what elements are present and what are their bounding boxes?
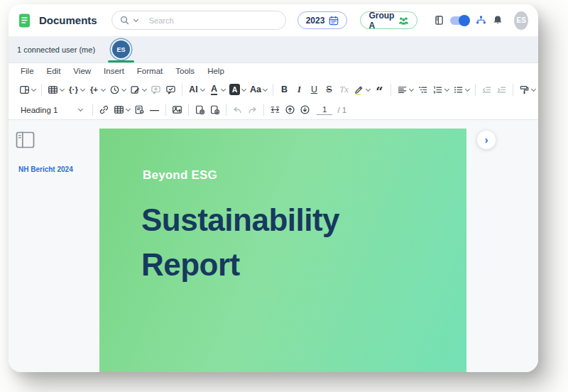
page-add-icon [195,104,205,115]
page-thumbnail[interactable]: NH Bericht 2024 [16,131,35,148]
toolbar-divider [263,104,264,116]
toolbar-divider [475,84,476,96]
multilevel-list-button[interactable] [415,83,430,97]
scroll-up-button[interactable] [283,103,297,116]
chevron-down-icon [101,86,106,91]
highlight-color-button[interactable]: A [227,82,248,97]
strikethrough-button[interactable]: S [322,83,337,96]
menu-file[interactable]: File [21,67,34,75]
year-filter-label: 2023 [306,16,325,26]
group-icon [398,16,409,26]
chevron-down-icon [80,86,85,91]
font-color-button[interactable]: A [207,83,227,97]
menu-format[interactable]: Format [137,67,163,75]
change-case-icon: Aa [250,85,261,94]
chevron-down-icon [121,86,126,91]
page-settings-icon [134,104,145,115]
hyperlink-icon [99,104,109,115]
fit-width-icon [270,104,280,115]
blockquote-button[interactable]: “ [372,85,387,94]
clear-formatting-button: Tx [337,83,351,96]
highlighter-button[interactable] [351,83,372,97]
document-cover-page[interactable]: Beyond ESG Sustainability Report [99,129,466,372]
presence-active-underline [108,60,134,62]
toolbar-divider [188,104,189,116]
menu-tools[interactable]: Tools [175,67,195,75]
italic-button[interactable]: I [292,83,307,96]
year-filter-button[interactable]: 2023 [297,11,348,29]
comment-add-button [148,83,163,97]
search-input[interactable]: Search [111,11,286,30]
chevron-down-icon [409,86,414,91]
chevron-down-icon [465,86,470,91]
bullet-list-icon [453,85,464,95]
history-icon [109,85,120,95]
next-page-button[interactable]: › [477,131,496,149]
menu-help[interactable]: Help [207,67,224,75]
menu-edit[interactable]: Edit [47,67,61,75]
presence-avatar[interactable]: ES [112,40,130,58]
page-download-button[interactable] [207,103,222,116]
paragraph-style-select[interactable]: Heading 1 [17,106,86,114]
top-bar: Documents Search 2023 Group A [9,4,538,36]
format-painter-button[interactable] [517,83,537,97]
table-insert-button[interactable] [111,103,132,116]
presence-avatar-slot[interactable]: ES [109,36,133,62]
app-window: Documents Search 2023 Group A [9,4,538,372]
undo-icon [232,104,243,115]
page-layout-button[interactable] [17,83,38,97]
numbered-list-icon [432,85,443,95]
font-color-icon: A [209,85,219,95]
group-selector-button[interactable]: Group A [360,11,417,29]
note-edit-button[interactable] [128,83,148,97]
change-case-button[interactable]: Aa [248,83,269,96]
horizontal-rule-button[interactable]: — [147,104,162,116]
field-braces-icon: {·} [68,85,79,94]
notifications-bell-icon[interactable] [493,15,503,26]
page-settings-button[interactable] [132,103,147,116]
clear-formatting-icon: Tx [339,85,349,94]
user-avatar[interactable]: ES [514,11,528,30]
fit-width-button[interactable] [268,103,283,116]
search-icon [120,16,129,25]
field-braces-button[interactable]: {·} [66,83,87,96]
comment-resolve-button[interactable] [163,83,178,97]
toolbar-divider [92,104,93,116]
page-add-button[interactable] [192,103,207,116]
numbered-list-button[interactable] [430,83,451,97]
bold-button[interactable]: B [277,83,292,96]
field-add-button[interactable]: {+ [87,83,107,96]
menu-insert[interactable]: Insert [104,67,124,75]
table-button[interactable] [45,83,66,97]
panel-icon[interactable] [435,15,444,26]
chevron-down-icon [60,86,65,91]
redo-icon [247,104,258,115]
page-number-input[interactable]: 1 [317,105,332,115]
chevron-down-icon[interactable] [133,17,138,22]
underline-button[interactable]: U [307,83,322,96]
toolbar-secondary: Heading 1 — 1 / 1 [9,100,538,120]
outdent-icon [481,85,492,95]
image-upload-button[interactable] [170,103,185,116]
menu-view[interactable]: View [73,67,91,75]
ai-button[interactable]: AI [186,83,207,96]
page-layout-icon [19,85,30,95]
cover-title-line2: Report [141,242,339,287]
toolbar-divider [513,84,513,96]
topbar-icon-cluster [435,15,503,26]
bullet-list-button[interactable] [451,83,471,97]
toggle-switch[interactable] [450,16,469,25]
chevron-down-icon [142,86,147,91]
chevron-down-icon [444,86,449,91]
redo-button [245,103,260,116]
connections-icon[interactable] [476,16,486,25]
field-add-icon: {+ [89,85,99,94]
toolbar-divider [273,84,273,96]
next-page-chevron-icon: › [485,134,488,146]
align-button[interactable] [395,83,415,97]
hyperlink-button[interactable] [97,103,111,116]
scroll-down-button[interactable] [297,103,312,116]
history-button[interactable] [107,83,128,97]
toolbar-divider [226,104,226,116]
image-upload-icon [172,104,182,115]
